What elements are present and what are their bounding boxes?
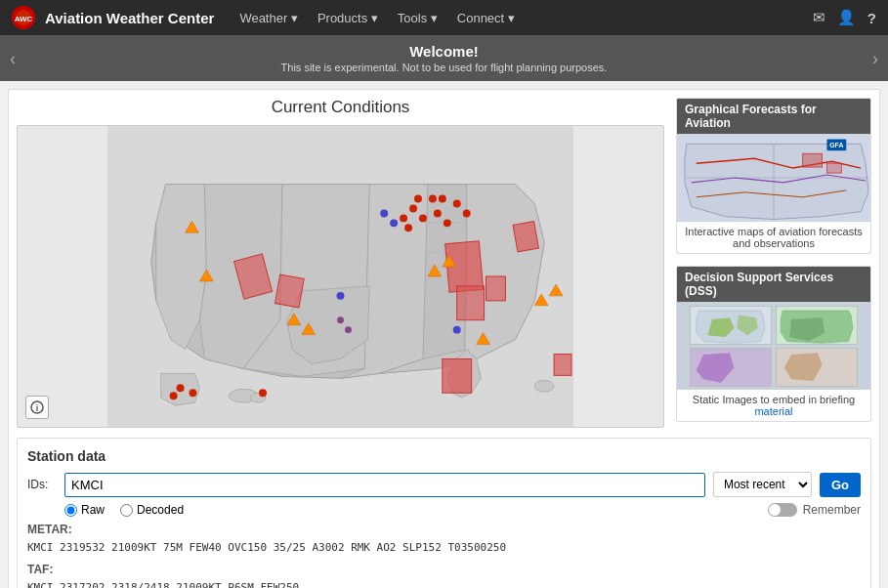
remember-label: Remember <box>803 503 861 517</box>
raw-radio[interactable] <box>64 504 77 517</box>
help-icon[interactable]: ? <box>867 10 876 26</box>
raw-radio-label[interactable]: Raw <box>64 503 105 517</box>
taf-label: TAF: <box>27 563 861 576</box>
svg-text:GFA: GFA <box>829 142 843 148</box>
svg-point-39 <box>429 195 437 203</box>
welcome-banner: ‹ Welcome! This site is experimental. No… <box>0 35 888 81</box>
svg-rect-58 <box>826 163 841 173</box>
time-range-select[interactable]: Most recent Last hour Last 3 hours Last … <box>713 472 812 497</box>
svg-rect-18 <box>513 222 538 252</box>
svg-rect-17 <box>457 286 485 320</box>
decoded-radio-label[interactable]: Decoded <box>120 503 184 517</box>
nav-products[interactable]: Products ▾ <box>310 7 386 29</box>
svg-point-32 <box>409 204 417 212</box>
app-logo: AWC <box>12 6 35 29</box>
usa-map-svg <box>18 126 663 427</box>
header-icons: ✉ 👤 ? <box>813 9 876 26</box>
header: AWC Aviation Weather Center Weather ▾ Pr… <box>0 0 888 35</box>
svg-point-40 <box>414 195 422 203</box>
raw-label: Raw <box>81 503 105 517</box>
content-row: Current Conditions <box>17 98 871 428</box>
nav-tools[interactable]: Tools ▾ <box>390 7 445 29</box>
dss-card-title: Decision Support Services (DSS) <box>677 267 870 302</box>
station-section: Station data IDs: Most recent Last hour … <box>17 438 871 588</box>
nav-connect[interactable]: Connect ▾ <box>449 7 523 29</box>
banner-prev-arrow[interactable]: ‹ <box>10 48 16 68</box>
go-button[interactable]: Go <box>820 473 861 497</box>
map-info-button[interactable]: i <box>25 396 49 419</box>
decoded-radio[interactable] <box>120 504 133 517</box>
svg-text:i: i <box>36 403 39 413</box>
gfa-card-desc: Interactive maps of aviation forecasts a… <box>677 222 870 253</box>
metar-data: KMCI 2319532 21009KT 75M FEW40 OVC150 35… <box>27 540 861 557</box>
svg-text:AWC: AWC <box>15 15 32 23</box>
remember-toggle-group: Remember <box>768 503 861 517</box>
radio-row: Raw Decoded Remember <box>64 503 861 517</box>
svg-rect-15 <box>275 274 305 308</box>
svg-rect-20 <box>443 358 472 393</box>
svg-point-48 <box>453 326 461 334</box>
svg-rect-21 <box>554 354 571 375</box>
svg-point-41 <box>404 224 412 231</box>
map-title: Current Conditions <box>17 98 664 117</box>
taf-data: KMCI 2317202 2318/2418 21009KT P6SM FEW2… <box>27 580 861 589</box>
dss-card: Decision Support Services (DSS) <box>676 266 871 422</box>
station-id-input[interactable] <box>64 473 705 497</box>
svg-point-36 <box>453 200 461 208</box>
gfa-card-title: Graphical Forecasts for Aviation <box>677 99 870 134</box>
banner-title: Welcome! <box>8 43 880 60</box>
svg-point-50 <box>337 316 344 323</box>
dss-card-desc: Static Images to embed in briefing mater… <box>677 390 870 421</box>
svg-point-47 <box>380 209 388 217</box>
svg-point-33 <box>419 214 427 222</box>
map-section: Current Conditions <box>17 98 664 428</box>
station-section-title: Station data <box>27 448 861 464</box>
svg-point-38 <box>439 195 446 203</box>
gfa-card-image[interactable]: GFA <box>677 134 870 222</box>
map-container[interactable]: i <box>17 125 664 428</box>
dss-desc-text: Static Images to embed in briefing <box>693 394 855 405</box>
svg-point-42 <box>190 389 197 397</box>
taf-section: TAF: KMCI 2317202 2318/2418 21009KT P6SM… <box>27 563 861 589</box>
metar-label: METAR: <box>27 523 861 536</box>
dss-desc-link[interactable]: material <box>754 405 792 417</box>
svg-point-51 <box>345 326 352 333</box>
svg-point-37 <box>463 209 471 217</box>
app-title: Aviation Weather Center <box>45 10 214 26</box>
ids-label: IDs: <box>27 478 57 491</box>
ids-row: IDs: Most recent Last hour Last 3 hours … <box>27 472 861 497</box>
svg-point-49 <box>337 292 345 300</box>
svg-point-34 <box>434 209 442 217</box>
dss-card-image[interactable] <box>677 302 870 390</box>
svg-point-13 <box>534 380 554 392</box>
svg-rect-19 <box>486 276 506 301</box>
svg-point-46 <box>390 219 398 227</box>
svg-point-31 <box>400 214 407 222</box>
main-nav: Weather ▾ Products ▾ Tools ▾ Connect ▾ <box>232 7 522 29</box>
decoded-label: Decoded <box>137 503 184 517</box>
user-icon[interactable]: 👤 <box>837 9 856 26</box>
email-icon[interactable]: ✉ <box>813 9 825 26</box>
svg-rect-57 <box>803 153 823 167</box>
svg-point-35 <box>444 219 451 227</box>
metar-section: METAR: KMCI 2319532 21009KT 75M FEW40 OV… <box>27 523 861 557</box>
banner-next-arrow[interactable]: › <box>872 48 878 68</box>
banner-subtitle: This site is experimental. Not to be use… <box>8 62 880 73</box>
svg-point-44 <box>170 392 178 399</box>
main-content: Current Conditions <box>8 89 880 588</box>
svg-point-43 <box>177 384 185 392</box>
svg-point-45 <box>259 389 267 397</box>
remember-toggle[interactable] <box>768 503 797 517</box>
gfa-card: Graphical Forecasts for Aviation <box>676 98 871 254</box>
nav-weather[interactable]: Weather ▾ <box>232 7 306 29</box>
right-sidebar: Graphical Forecasts for Aviation <box>676 98 871 428</box>
